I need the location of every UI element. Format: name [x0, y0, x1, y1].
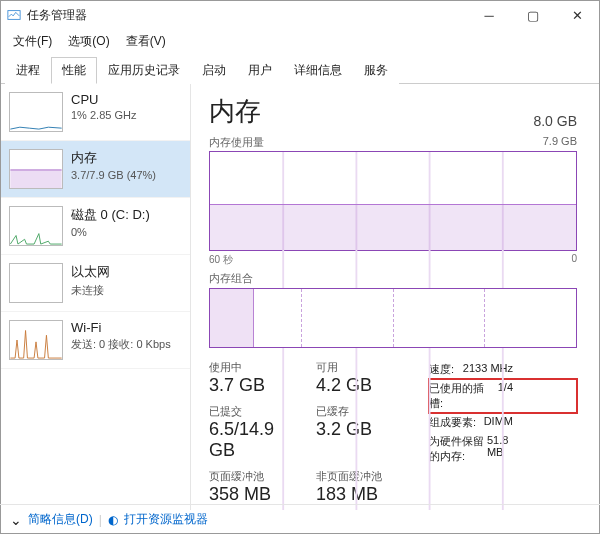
memory-usage-chart [209, 151, 577, 251]
composition-label: 内存组合 [209, 271, 253, 286]
sidebar-item-label: CPU [71, 92, 136, 107]
sidebar-item-ethernet[interactable]: 以太网未连接 [1, 255, 190, 312]
memory-usage-fill [210, 204, 576, 250]
sidebar-item-cpu[interactable]: CPU1% 2.85 GHz [1, 84, 190, 141]
memory-composition-chart [209, 288, 577, 348]
usage-label: 内存使用量 [209, 135, 264, 150]
stat-committed: 6.5/14.9 GB [209, 419, 302, 461]
cpu-thumb [9, 92, 63, 132]
close-button[interactable]: ✕ [555, 1, 599, 29]
stat-label: 已提交 [209, 404, 302, 419]
minimize-button[interactable]: ─ [467, 1, 511, 29]
sidebar-item-sub: 发送: 0 接收: 0 Kbps [71, 337, 171, 352]
sidebar-item-sub: 未连接 [71, 283, 110, 298]
kv-key: 已使用的插槽: [429, 381, 498, 411]
svg-rect-1 [10, 170, 61, 188]
kv-key: 速度: [429, 362, 454, 377]
stat-label: 使用中 [209, 360, 302, 375]
chevron-down-icon[interactable]: ⌄ [10, 513, 22, 527]
stat-label: 非页面缓冲池 [316, 469, 409, 484]
menu-bar: 文件(F) 选项(O) 查看(V) [1, 29, 599, 54]
open-resmon-link[interactable]: 打开资源监视器 [124, 511, 208, 528]
wifi-thumb [9, 320, 63, 360]
sidebar-item-memory[interactable]: 内存3.7/7.9 GB (47%) [1, 141, 190, 198]
sidebar-item-label: 内存 [71, 149, 156, 167]
menu-file[interactable]: 文件(F) [7, 31, 58, 52]
tab-processes[interactable]: 进程 [5, 57, 51, 84]
maximize-button[interactable]: ▢ [511, 1, 555, 29]
memory-thumb [9, 149, 63, 189]
stats-right: 速度:2133 MHz 已使用的插槽:1/4 组成要素:DIMM 为硬件保留的内… [429, 360, 577, 505]
kv-slots: 1/4 [498, 381, 513, 411]
sidebar-item-sub: 1% 2.85 GHz [71, 109, 136, 121]
sidebar-item-sub: 3.7/7.9 GB (47%) [71, 169, 156, 181]
kv-speed: 2133 MHz [463, 362, 513, 377]
sidebar-item-label: Wi-Fi [71, 320, 171, 335]
content-area: CPU1% 2.85 GHz 内存3.7/7.9 GB (47%) 磁盘 0 (… [1, 84, 599, 510]
menu-view[interactable]: 查看(V) [120, 31, 172, 52]
sidebar-item-label: 以太网 [71, 263, 110, 281]
kv-key: 为硬件保留的内存: [429, 434, 487, 464]
sidebar-item-label: 磁盘 0 (C: D:) [71, 206, 150, 224]
stat-label: 页面缓冲池 [209, 469, 302, 484]
tab-services[interactable]: 服务 [353, 57, 399, 84]
memory-total: 8.0 GB [533, 113, 577, 129]
tab-details[interactable]: 详细信息 [283, 57, 353, 84]
tab-app-history[interactable]: 应用历史记录 [97, 57, 191, 84]
footer-bar: ⌄ 简略信息(D) | ◐ 打开资源监视器 [0, 504, 600, 534]
page-title: 内存 [209, 94, 261, 129]
sidebar-item-wifi[interactable]: Wi-Fi发送: 0 接收: 0 Kbps [1, 312, 190, 369]
x-axis-right: 0 [571, 253, 577, 267]
x-axis-left: 60 秒 [209, 253, 233, 267]
kv-key: 组成要素: [429, 415, 476, 430]
ethernet-thumb [9, 263, 63, 303]
stat-paged: 358 MB [209, 484, 302, 505]
stat-nonpaged: 183 MB [316, 484, 409, 505]
perf-sidebar: CPU1% 2.85 GHz 内存3.7/7.9 GB (47%) 磁盘 0 (… [1, 84, 191, 510]
menu-options[interactable]: 选项(O) [62, 31, 115, 52]
fewer-details-link[interactable]: 简略信息(D) [28, 511, 93, 528]
title-bar: 任务管理器 ─ ▢ ✕ [1, 1, 599, 29]
tab-startup[interactable]: 启动 [191, 57, 237, 84]
tab-users[interactable]: 用户 [237, 57, 283, 84]
sidebar-item-disk[interactable]: 磁盘 0 (C: D:)0% [1, 198, 190, 255]
resmon-icon: ◐ [108, 513, 118, 527]
stat-available: 4.2 GB [316, 375, 409, 396]
kv-form: DIMM [484, 415, 513, 430]
stat-label: 可用 [316, 360, 409, 375]
app-icon [7, 8, 21, 22]
sidebar-item-sub: 0% [71, 226, 150, 238]
disk-thumb [9, 206, 63, 246]
stat-label: 已缓存 [316, 404, 409, 419]
tab-bar: 进程 性能 应用历史记录 启动 用户 详细信息 服务 [1, 56, 599, 84]
tab-performance[interactable]: 性能 [51, 57, 97, 84]
kv-reserved: 51.8 MB [487, 434, 513, 464]
stats-block: 使用中3.7 GB 可用4.2 GB 已提交6.5/14.9 GB 已缓存3.2… [209, 360, 577, 505]
slots-row-highlighted: 已使用的插槽:1/4 [429, 379, 577, 413]
stat-in-use: 3.7 GB [209, 375, 302, 396]
stat-cached: 3.2 GB [316, 419, 409, 440]
main-panel: 内存 8.0 GB 内存使用量 7.9 GB 60 秒 0 内存组合 使用中3.… [191, 84, 599, 510]
usage-max: 7.9 GB [543, 135, 577, 150]
window-title: 任务管理器 [27, 7, 467, 24]
